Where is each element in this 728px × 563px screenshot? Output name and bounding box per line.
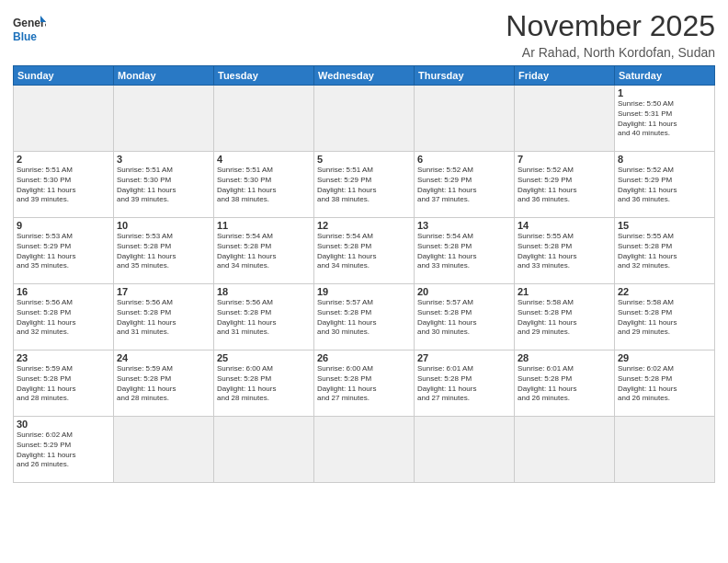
day-number: 25	[217, 352, 311, 363]
day-number: 26	[317, 352, 411, 363]
day-info: Sunrise: 5:55 AM Sunset: 5:28 PM Dayligh…	[518, 232, 611, 271]
day-number: 29	[618, 352, 711, 363]
calendar-cell	[314, 86, 415, 152]
day-info: Sunrise: 5:51 AM Sunset: 5:30 PM Dayligh…	[17, 166, 110, 205]
day-number: 9	[17, 220, 110, 231]
day-number: 14	[518, 220, 611, 231]
weekday-header-saturday: Saturday	[615, 66, 715, 86]
day-number: 7	[518, 154, 611, 165]
day-info: Sunrise: 5:52 AM Sunset: 5:29 PM Dayligh…	[618, 166, 711, 205]
day-info: Sunrise: 5:54 AM Sunset: 5:28 PM Dayligh…	[217, 232, 311, 271]
calendar-cell: 7Sunrise: 5:52 AM Sunset: 5:29 PM Daylig…	[515, 152, 615, 218]
day-info: Sunrise: 6:00 AM Sunset: 5:28 PM Dayligh…	[317, 364, 411, 404]
day-number: 21	[518, 286, 611, 297]
calendar-week-row: 9Sunrise: 5:53 AM Sunset: 5:29 PM Daylig…	[14, 218, 715, 284]
calendar-cell: 4Sunrise: 5:51 AM Sunset: 5:30 PM Daylig…	[214, 152, 314, 218]
day-number: 4	[217, 154, 311, 165]
calendar-cell: 21Sunrise: 5:58 AM Sunset: 5:28 PM Dayli…	[515, 284, 615, 350]
calendar: SundayMondayTuesdayWednesdayThursdayFrid…	[13, 65, 715, 483]
day-info: Sunrise: 6:02 AM Sunset: 5:29 PM Dayligh…	[17, 431, 110, 470]
day-number: 17	[117, 286, 210, 297]
calendar-cell: 13Sunrise: 5:54 AM Sunset: 5:28 PM Dayli…	[415, 218, 515, 284]
calendar-cell: 6Sunrise: 5:52 AM Sunset: 5:29 PM Daylig…	[415, 152, 515, 218]
calendar-cell: 26Sunrise: 6:00 AM Sunset: 5:28 PM Dayli…	[314, 350, 415, 417]
day-info: Sunrise: 6:00 AM Sunset: 5:28 PM Dayligh…	[217, 364, 311, 404]
calendar-cell: 11Sunrise: 5:54 AM Sunset: 5:28 PM Dayli…	[214, 218, 314, 284]
day-info: Sunrise: 5:57 AM Sunset: 5:28 PM Dayligh…	[317, 298, 411, 338]
day-info: Sunrise: 5:56 AM Sunset: 5:28 PM Dayligh…	[17, 298, 110, 338]
weekday-header-tuesday: Tuesday	[214, 66, 314, 86]
weekday-header-row: SundayMondayTuesdayWednesdayThursdayFrid…	[14, 66, 715, 86]
day-number: 11	[217, 220, 311, 231]
day-number: 23	[17, 352, 110, 363]
day-number: 18	[217, 286, 311, 297]
calendar-week-row: 30Sunrise: 6:02 AM Sunset: 5:29 PM Dayli…	[14, 417, 715, 483]
calendar-cell: 23Sunrise: 5:59 AM Sunset: 5:28 PM Dayli…	[14, 350, 114, 417]
calendar-cell: 22Sunrise: 5:58 AM Sunset: 5:28 PM Dayli…	[615, 284, 715, 350]
day-number: 3	[117, 154, 210, 165]
calendar-cell: 27Sunrise: 6:01 AM Sunset: 5:28 PM Dayli…	[415, 350, 515, 417]
calendar-cell: 12Sunrise: 5:54 AM Sunset: 5:28 PM Dayli…	[314, 218, 415, 284]
day-number: 6	[417, 154, 511, 165]
calendar-cell	[214, 417, 314, 483]
day-number: 10	[117, 220, 210, 231]
calendar-cell: 3Sunrise: 5:51 AM Sunset: 5:30 PM Daylig…	[114, 152, 214, 218]
day-info: Sunrise: 5:51 AM Sunset: 5:30 PM Dayligh…	[217, 166, 311, 205]
day-info: Sunrise: 5:51 AM Sunset: 5:30 PM Dayligh…	[117, 166, 210, 205]
day-info: Sunrise: 5:56 AM Sunset: 5:28 PM Dayligh…	[117, 298, 210, 338]
calendar-cell	[314, 417, 415, 483]
day-info: Sunrise: 5:57 AM Sunset: 5:28 PM Dayligh…	[417, 298, 511, 338]
calendar-cell: 29Sunrise: 6:02 AM Sunset: 5:28 PM Dayli…	[615, 350, 715, 417]
day-number: 8	[618, 154, 711, 165]
calendar-week-row: 16Sunrise: 5:56 AM Sunset: 5:28 PM Dayli…	[14, 284, 715, 350]
day-number: 12	[317, 220, 411, 231]
header: General Blue November 2025 Ar Rahad, Nor…	[13, 9, 715, 60]
calendar-cell: 19Sunrise: 5:57 AM Sunset: 5:28 PM Dayli…	[314, 284, 415, 350]
day-info: Sunrise: 5:58 AM Sunset: 5:28 PM Dayligh…	[518, 298, 611, 338]
weekday-header-sunday: Sunday	[14, 66, 114, 86]
logo: General Blue	[13, 13, 46, 46]
day-number: 16	[17, 286, 110, 297]
day-info: Sunrise: 5:58 AM Sunset: 5:28 PM Dayligh…	[618, 298, 711, 338]
calendar-week-row: 2Sunrise: 5:51 AM Sunset: 5:30 PM Daylig…	[14, 152, 715, 218]
day-info: Sunrise: 5:52 AM Sunset: 5:29 PM Dayligh…	[518, 166, 611, 205]
calendar-cell: 15Sunrise: 5:55 AM Sunset: 5:28 PM Dayli…	[615, 218, 715, 284]
day-number: 1	[618, 87, 711, 98]
title-block: November 2025 Ar Rahad, North Kordofan, …	[506, 9, 715, 60]
calendar-cell: 17Sunrise: 5:56 AM Sunset: 5:28 PM Dayli…	[114, 284, 214, 350]
day-info: Sunrise: 5:51 AM Sunset: 5:29 PM Dayligh…	[317, 166, 411, 205]
subtitle: Ar Rahad, North Kordofan, Sudan	[506, 45, 715, 60]
weekday-header-thursday: Thursday	[415, 66, 515, 86]
calendar-cell	[415, 417, 515, 483]
weekday-header-wednesday: Wednesday	[314, 66, 415, 86]
weekday-header-monday: Monday	[114, 66, 214, 86]
day-info: Sunrise: 5:59 AM Sunset: 5:28 PM Dayligh…	[117, 364, 210, 404]
calendar-cell: 8Sunrise: 5:52 AM Sunset: 5:29 PM Daylig…	[615, 152, 715, 218]
calendar-cell: 10Sunrise: 5:53 AM Sunset: 5:28 PM Dayli…	[114, 218, 214, 284]
calendar-cell: 25Sunrise: 6:00 AM Sunset: 5:28 PM Dayli…	[214, 350, 314, 417]
day-number: 15	[618, 220, 711, 231]
day-number: 27	[417, 352, 511, 363]
day-number: 5	[317, 154, 411, 165]
day-number: 30	[17, 419, 110, 430]
calendar-cell	[415, 86, 515, 152]
logo-svg: General Blue	[13, 13, 46, 46]
day-info: Sunrise: 5:59 AM Sunset: 5:28 PM Dayligh…	[17, 364, 110, 404]
month-title: November 2025	[506, 9, 715, 43]
calendar-cell: 14Sunrise: 5:55 AM Sunset: 5:28 PM Dayli…	[515, 218, 615, 284]
calendar-cell	[214, 86, 314, 152]
day-number: 13	[417, 220, 511, 231]
day-number: 22	[618, 286, 711, 297]
calendar-cell	[114, 86, 214, 152]
calendar-cell: 5Sunrise: 5:51 AM Sunset: 5:29 PM Daylig…	[314, 152, 415, 218]
weekday-header-friday: Friday	[515, 66, 615, 86]
day-number: 28	[518, 352, 611, 363]
calendar-cell: 20Sunrise: 5:57 AM Sunset: 5:28 PM Dayli…	[415, 284, 515, 350]
day-info: Sunrise: 5:50 AM Sunset: 5:31 PM Dayligh…	[618, 99, 711, 139]
day-info: Sunrise: 5:53 AM Sunset: 5:29 PM Dayligh…	[17, 232, 110, 271]
day-info: Sunrise: 5:55 AM Sunset: 5:28 PM Dayligh…	[618, 232, 711, 271]
calendar-cell: 28Sunrise: 6:01 AM Sunset: 5:28 PM Dayli…	[515, 350, 615, 417]
calendar-cell	[615, 417, 715, 483]
calendar-cell: 1Sunrise: 5:50 AM Sunset: 5:31 PM Daylig…	[615, 86, 715, 152]
day-info: Sunrise: 5:53 AM Sunset: 5:28 PM Dayligh…	[117, 232, 210, 271]
